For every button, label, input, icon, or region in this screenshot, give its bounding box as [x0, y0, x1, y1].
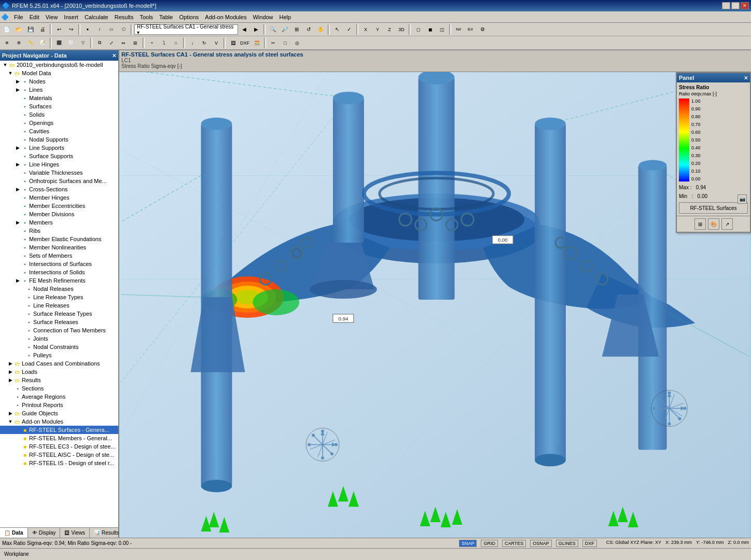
tb2-divide[interactable]: ÷: [146, 37, 158, 49]
panel-footer-btn-1[interactable]: ⊞: [694, 218, 706, 230]
minimize-button[interactable]: _: [722, 2, 730, 9]
tb-yview[interactable]: Y: [372, 24, 383, 35]
tb2-load-arrows[interactable]: ↓: [187, 37, 198, 49]
tree-item-connectionoftwo[interactable]: ▪ Connection of Two Members: [0, 326, 118, 334]
tb-xview[interactable]: X: [360, 24, 371, 35]
tb2-move[interactable]: ⤢: [106, 37, 117, 49]
tree-item-orthotropic[interactable]: ▪ Orthotropic Surfaces and Me...: [0, 177, 118, 185]
tree-item-intersectionssolids[interactable]: ▪ Intersections of Solids: [0, 268, 118, 276]
tree-expand-lines[interactable]: ▶: [15, 87, 21, 93]
tb-solid-view[interactable]: ◼: [424, 24, 436, 35]
tree-item-rfsteelaisc[interactable]: ■ RF-STEEL AISC - Design of ste...: [0, 451, 118, 459]
tree-item-pulleys[interactable]: ▪ Pulleys: [0, 351, 118, 359]
menu-options[interactable]: Options: [176, 13, 202, 21]
tb2-grid[interactable]: ⊞: [13, 37, 24, 49]
tb-save[interactable]: 💾: [25, 24, 36, 35]
tb-new[interactable]: 📄: [1, 24, 12, 35]
canvas-3d[interactable]: 0.00 0.94: [119, 72, 751, 538]
tree-item-nodalsupports[interactable]: ▪ Nodal Supports: [0, 135, 118, 144]
tb-pan[interactable]: ✋: [315, 24, 326, 35]
tree-item-membereccentricities[interactable]: ▪ Member Eccentricities: [0, 202, 118, 210]
snap-button[interactable]: SNAP: [459, 540, 477, 547]
menu-addon[interactable]: Add-on Modules: [202, 13, 249, 21]
tb2-intersect[interactable]: ∩: [170, 37, 182, 49]
tb-node-nums[interactable]: N#: [453, 24, 464, 35]
menu-calculate[interactable]: Calculate: [81, 13, 112, 21]
tb-insert-node[interactable]: ●: [82, 24, 93, 35]
tb2-snap[interactable]: ⊕: [1, 37, 12, 49]
tb-redo[interactable]: ↪: [65, 24, 77, 35]
tb-insert-surface[interactable]: ▭: [106, 24, 117, 35]
tb2-calculator[interactable]: 🧮: [251, 37, 262, 49]
tree-item-root[interactable]: ▼ 🗁 20010_verbindungsstoß fe-modell: [0, 61, 118, 69]
menu-view[interactable]: View: [43, 13, 61, 21]
nav-tab-display[interactable]: 👁 Display: [28, 528, 61, 538]
nav-tab-data[interactable]: 📋 Data: [0, 528, 28, 538]
tb2-filter[interactable]: ▽: [77, 37, 89, 49]
menu-insert[interactable]: Insert: [61, 13, 81, 21]
tree-expand-nodes[interactable]: ▶: [15, 78, 21, 85]
tree-expand-guideobjects[interactable]: ▶: [7, 410, 13, 416]
tb2-isolate[interactable]: ◎: [291, 37, 303, 49]
tree-item-rfsteelis[interactable]: ■ RF-STEEL IS - Design of steel r...: [0, 459, 118, 467]
tree-expand-linesupports[interactable]: ▶: [15, 145, 21, 151]
menu-help[interactable]: Help: [276, 13, 295, 21]
tree-item-intersections[interactable]: ▪ Intersections of Surfaces: [0, 260, 118, 268]
tb2-load-moments[interactable]: ↻: [199, 37, 210, 49]
tree-item-setsofmembers[interactable]: ▪ Sets of Members: [0, 251, 118, 260]
tree-item-linehinges[interactable]: ▶ ▪ Line Hinges: [0, 160, 118, 169]
tree-item-sections[interactable]: ▪ Sections: [0, 384, 118, 393]
tb-check[interactable]: ✓: [343, 24, 355, 35]
tree-item-results[interactable]: ▶ 🗁 Results: [0, 376, 118, 384]
menu-edit[interactable]: Edit: [26, 13, 43, 21]
tree-item-memberdivisions[interactable]: ▪ Member Divisions: [0, 210, 118, 218]
tree-expand-addonmodules[interactable]: ▼: [7, 418, 13, 425]
tb-print[interactable]: 🖨: [37, 24, 48, 35]
tree-item-printoutreports[interactable]: ▪ Printout Reports: [0, 401, 118, 409]
menu-tools[interactable]: Tools: [136, 13, 156, 21]
tree-item-averageregions[interactable]: ▪ Average Regions: [0, 393, 118, 401]
tree-item-nodalconstraints[interactable]: ▪ Nodal Constraints: [0, 343, 118, 351]
tree-item-materials[interactable]: ▪ Materials: [0, 94, 118, 102]
tree-item-crosssections[interactable]: ▶ ▪ Cross-Sections: [0, 185, 118, 193]
tb-undo[interactable]: ↩: [53, 24, 65, 35]
tree-item-surfaces[interactable]: ▪ Surfaces: [0, 102, 118, 110]
menu-file[interactable]: File: [11, 13, 26, 21]
tb2-mirror[interactable]: ⇔: [118, 37, 129, 49]
tree-item-cavities[interactable]: ▪ Cavities: [0, 127, 118, 135]
tree-item-membernonlinear[interactable]: ▪ Member Nonlinearities: [0, 243, 118, 251]
tb-zview[interactable]: Z: [384, 24, 395, 35]
tb-prev[interactable]: ◀: [239, 24, 250, 35]
tree-item-memberelastic[interactable]: ▪ Member Elastic Foundations: [0, 235, 118, 243]
title-bar-controls[interactable]: _ ◻ ✕: [722, 2, 749, 9]
nav-tab-views[interactable]: 🖼 Views: [60, 528, 90, 538]
tree-item-solids[interactable]: ▪ Solids: [0, 110, 118, 119]
tb2-select-all[interactable]: ⬛: [53, 37, 65, 49]
tb-zoom-out[interactable]: 🔎: [279, 24, 290, 35]
tree-item-members[interactable]: ▶ ▪ Members: [0, 218, 118, 227]
tree-item-rfsteelsurfaces[interactable]: ■ RF-STEEL Surfaces - Genera...: [0, 426, 118, 434]
panel-screenshot-btn[interactable]: 📷: [738, 194, 747, 204]
tb2-export-img[interactable]: 🖼: [227, 37, 239, 49]
grid-button[interactable]: GRID: [481, 540, 498, 547]
tree-item-surfacereleasetypes[interactable]: ▪ Surface Release Types: [0, 310, 118, 318]
tree-item-joints[interactable]: ▪ Joints: [0, 334, 118, 343]
addon-dropdown[interactable]: RF-STEEL Surfaces CA1 - General stress ▾: [134, 24, 238, 35]
tree-expand-root[interactable]: ▼: [2, 62, 8, 68]
tree-expand-modeldata[interactable]: ▼: [7, 70, 13, 76]
menu-window[interactable]: Window: [249, 13, 276, 21]
tb-settings[interactable]: ⚙: [477, 24, 488, 35]
panel-rfsteel-button[interactable]: RF-STEEL Surfaces: [679, 202, 748, 214]
close-button[interactable]: ✕: [741, 2, 749, 9]
tree-item-memberhinges[interactable]: ▪ Member Hinges: [0, 193, 118, 202]
tb-open[interactable]: 📂: [13, 24, 24, 35]
tb-transparent[interactable]: ◫: [436, 24, 448, 35]
tree-item-surfacereleases[interactable]: ▪ Surface Releases: [0, 318, 118, 326]
tb-next[interactable]: ▶: [251, 24, 262, 35]
tb2-clipping[interactable]: □: [280, 37, 291, 49]
tree-expand-loads[interactable]: ▶: [7, 369, 13, 375]
tree-item-rfsteelec3[interactable]: ■ RF-STEEL EC3 - Design of stee...: [0, 442, 118, 451]
tree-item-linesupports[interactable]: ▶ ▪ Line Supports: [0, 144, 118, 152]
tb2-measure[interactable]: 📏: [25, 37, 36, 49]
tb-zoom-all[interactable]: ⊞: [291, 24, 302, 35]
